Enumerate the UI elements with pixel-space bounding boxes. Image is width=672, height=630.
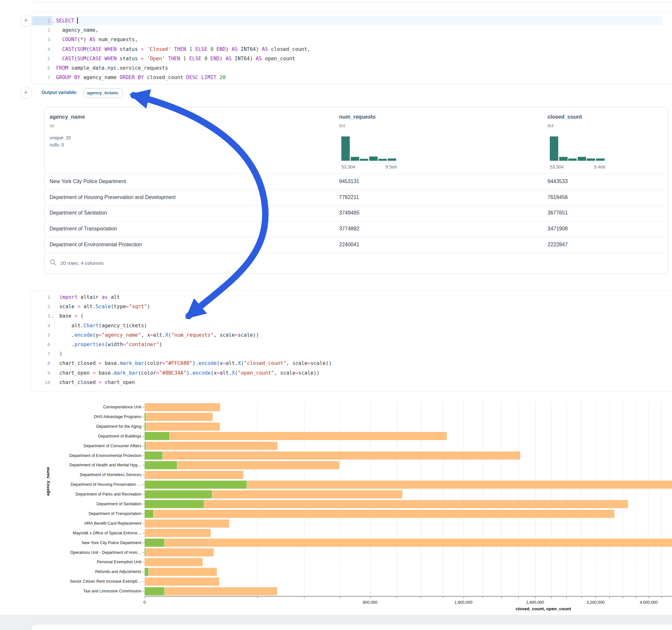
table-cell: 3774892 [339,226,359,232]
code-line[interactable]: COUNT(*) AS num_requests, [56,36,138,43]
x-axis-tick-label: 0 [144,600,146,605]
histogram-bar [587,159,595,161]
table-cell: 3677651 [548,210,568,216]
x-axis-tick [257,597,258,599]
code-line[interactable]: chart_closed = base.mark_bar(color="#FFC… [59,360,332,367]
x-axis-tick [596,597,596,599]
gridline [463,402,464,596]
code-line[interactable]: base = ( [59,312,83,319]
y-axis-tick [142,533,144,533]
x-axis-tick [661,597,662,599]
y-axis-tick [142,543,144,543]
table-cell: 9443533 [548,178,568,185]
code-line[interactable]: FROM sample_data.nyc.service_requests [56,65,168,72]
open-count-bar [145,432,170,440]
code-line[interactable]: GROUP BY agency_name ORDER BY closed_cou… [56,74,225,81]
histogram-bar [378,159,387,161]
x-axis-title: closed_count, open_count [515,606,571,611]
code-line[interactable]: scale = alt.Scale(type="sqrt") [59,303,150,310]
line-number: 5 [34,332,50,339]
y-axis-tick [142,427,144,427]
gridline [535,402,535,596]
table-cell: 7782211 [339,194,359,200]
y-axis-label: HRA Benefit Card Replacement [55,521,141,526]
column-name[interactable]: closed_count [548,114,582,120]
gridline [370,402,370,596]
code-line[interactable]: ) [59,350,62,358]
gridline [581,402,581,596]
x-axis-tick [566,597,567,599]
histogram-bar [578,157,586,161]
code-line[interactable]: CAST(SUM(CASE WHEN status = 'Closed' THE… [56,46,310,53]
dataframe-preview: agency_namestrunique: 20nulls: 0num_requ… [44,107,668,273]
plus-icon: + [24,88,28,96]
y-axis-tick [142,465,144,465]
column-stat: unique: 20 [50,135,71,140]
open-count-bar [145,510,154,518]
gridline [551,402,551,596]
line-number: 1 [34,17,50,24]
text-cursor [77,18,78,24]
table-cell: 2240041 [339,242,359,248]
x-axis-tick-label: 2,400,000 [526,600,544,605]
active-line-highlight [53,16,662,25]
table-row-count: 20 rows, 4 columns [60,260,104,266]
y-axis-tick [142,407,144,407]
code-line[interactable]: CAST(SUM(CASE WHEN status = 'Open' THEN … [56,55,295,62]
table-cell: New York City Police Department [50,178,126,185]
fold-caret-icon[interactable]: ⌄ [51,18,54,25]
table-cell: 7618456 [548,194,568,200]
y-axis-tick [142,484,144,485]
y-axis-tick [142,504,144,504]
gridline [661,402,662,596]
histogram-bar [388,159,396,161]
line-number: 10 [34,379,50,386]
y-axis-label: Personal Exemption Unit [55,560,141,564]
output-variable-pill[interactable]: agency_tickets [83,88,123,98]
line-number: 1 [34,294,50,301]
x-axis-tick [370,597,370,599]
add-cell-button[interactable]: + [20,15,32,27]
fold-caret-icon[interactable]: ⌄ [51,313,54,320]
open-count-bar [145,422,146,431]
code-line[interactable]: SELECT [56,17,78,24]
code-line[interactable]: .properties(width="container") [59,341,162,348]
column-histogram [550,137,605,161]
column-name[interactable]: agency_name [50,114,85,120]
code-line[interactable]: import altair as alt [59,294,120,301]
line-number: 7 [34,74,50,81]
gridline [257,402,258,596]
open-count-bar [145,500,204,508]
line-number: 7 [34,350,50,358]
column-type: i64 [339,123,345,128]
closed-count-bar [145,568,217,576]
column-name[interactable]: num_requests [339,114,376,120]
search-icon[interactable] [50,259,57,266]
code-line[interactable]: alt.Chart(agency_tickets) [59,322,147,329]
code-line[interactable]: chart_closed + chart_open [59,379,135,386]
row-separator [45,205,668,205]
x-axis-tick [397,597,397,599]
closed-count-bar [145,558,202,566]
open-count-bar [145,413,146,421]
closed-count-bar [145,578,219,586]
add-cell-button[interactable]: + [20,87,32,98]
code-line[interactable]: .encode(y="agency_name", x=alt.X("num_re… [59,332,259,339]
histogram-bar [596,159,605,161]
gridline [483,402,483,596]
code-line[interactable]: chart_open = base.mark_bar(color="#8BC34… [59,369,320,377]
y-axis-label: Correspondence Unit [55,405,141,409]
gridline [518,402,519,596]
closed-count-bar [145,442,278,450]
y-axis-label: Taxi and Limousine Commission [55,589,141,593]
table-cell: 3749485 [339,210,359,216]
code-line[interactable]: agency_name, [56,27,99,34]
x-axis-tick-label: 1,600,000 [455,600,473,605]
y-axis-label: Mayorâ€ s Office of Special Enforce… [55,531,141,535]
notebook-page: + + 1⌄SELECT 2 agency_name,3 COUNT(*) AS… [0,0,672,630]
x-axis-tick [636,597,637,599]
y-axis-tick [142,572,144,572]
sql-cell[interactable]: 1⌄SELECT 2 agency_name,3 COUNT(*) AS num… [31,11,672,84]
python-cell[interactable]: 1import altair as alt2scale = alt.Scale(… [31,291,672,391]
line-number: 2 [34,27,50,34]
